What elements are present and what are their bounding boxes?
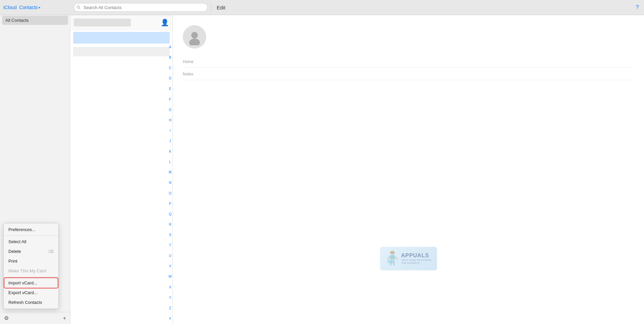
menu-item-select-all-label: Select All [8,239,26,244]
watermark-box: APPUALS TECH HOW-TO'S FROM THE EXPERTS [380,247,437,270]
home-field-row: Home [183,55,634,68]
menu-item-import-vcard[interactable]: Import vCard... [4,278,58,288]
alpha-B[interactable]: B [169,56,171,60]
alpha-P[interactable]: P [169,202,171,206]
sidebar-bottom: ⚙ + [0,312,70,324]
svg-point-3 [189,39,200,45]
menu-item-make-my-card: Make This My Card [4,266,58,276]
alphabet-index: A B C D E F G H I J K L M N O P Q R S T … [169,45,172,321]
separator [17,5,19,10]
alpha-U[interactable]: U [169,254,171,258]
alpha-W[interactable]: W [169,275,172,279]
appuals-text: APPUALS TECH HOW-TO'S FROM THE EXPERTS [401,253,431,265]
contact-list-panel: 👤 A B C D E F G H I J K L M N O P Q R S … [70,15,173,324]
svg-point-2 [191,32,198,39]
menu-item-preferences[interactable]: Preferences... [4,225,58,234]
menu-item-select-all[interactable]: Select All [4,237,58,247]
delete-icon: ⌫ [48,249,54,254]
contact-fields: Home Notes [173,52,644,84]
alpha-N[interactable]: N [169,181,171,185]
svg-line-10 [395,256,397,259]
search-wrap [74,3,208,12]
alpha-S[interactable]: S [169,233,171,237]
menu-item-make-my-card-label: Make This My Card [8,268,46,273]
help-button[interactable]: ? [631,4,644,10]
top-bar: iCloud Contacts ▾ Edit ? [0,0,644,15]
alpha-Y[interactable]: Y [169,296,171,300]
alpha-L[interactable]: L [169,160,171,164]
svg-point-12 [396,259,397,260]
alpha-hash[interactable]: # [169,317,171,321]
appuals-figure-icon [386,250,399,267]
icloud-label: iCloud [3,5,17,10]
notes-label: Notes [183,71,210,76]
alpha-T[interactable]: T [169,244,171,248]
alpha-V[interactable]: V [169,264,171,268]
edit-text: Edit [217,5,225,10]
person-icon: 👤 [161,18,169,26]
alpha-D[interactable]: D [169,76,171,80]
menu-item-refresh-contacts-label: Refresh Contacts [8,300,42,305]
alpha-E[interactable]: E [169,87,171,91]
alpha-Q[interactable]: Q [169,212,171,216]
sidebar-item-all-contacts[interactable]: All Contacts [2,16,68,25]
alpha-I[interactable]: I [170,129,171,133]
menu-item-delete[interactable]: Delete ⌫ [4,247,58,256]
menu-separator-2 [4,277,58,277]
avatar-icon [186,29,203,45]
all-contacts-label: All Contacts [5,18,29,23]
svg-line-9 [388,256,390,259]
alpha-X[interactable]: X [169,285,171,289]
menu-separator-1 [4,235,58,236]
contact-avatar-area [173,15,644,52]
menu-item-refresh-contacts[interactable]: Refresh Contacts [4,298,58,307]
alpha-O[interactable]: O [169,192,171,196]
alpha-H[interactable]: H [169,118,171,122]
alpha-A[interactable]: A [169,45,171,49]
contact-item-1[interactable] [73,47,170,56]
menu-item-import-vcard-label: Import vCard... [8,280,37,285]
alpha-F[interactable]: F [169,98,171,102]
help-icon: ? [636,4,639,10]
top-bar-left: iCloud Contacts ▾ [0,5,70,10]
alpha-K[interactable]: K [169,150,171,154]
home-label: Home [183,59,210,64]
menu-item-print[interactable]: Print [4,256,58,266]
contact-selected-item[interactable] [73,32,170,44]
menu-item-export-vcard-label: Export vCard... [8,290,38,295]
avatar [183,25,206,49]
notes-field-row: Notes [183,68,634,80]
menu-item-export-vcard[interactable]: Export vCard... [4,288,58,298]
main-content: All Contacts ⚙ + Preferences... Select A… [0,15,644,324]
search-bar-area [70,3,211,12]
contact-list-header-bar [74,18,131,26]
context-menu: Preferences... Select All Delete ⌫ Print… [3,223,59,309]
contacts-label-text: Contacts [19,5,38,10]
alpha-J[interactable]: J [169,139,171,143]
contact-list-header: 👤 [70,15,172,30]
edit-label: Edit [211,5,631,10]
watermark: APPUALS TECH HOW-TO'S FROM THE EXPERTS [380,247,437,270]
alpha-Z[interactable]: Z [169,306,171,310]
sidebar: All Contacts ⚙ + Preferences... Select A… [0,15,70,324]
menu-item-delete-label: Delete [8,249,21,254]
chevron-down-icon: ▾ [39,6,40,9]
plus-icon[interactable]: + [63,315,66,321]
alpha-C[interactable]: C [169,66,171,70]
gear-icon[interactable]: ⚙ [4,315,9,321]
alpha-R[interactable]: R [169,223,171,227]
alpha-M[interactable]: M [169,170,171,174]
search-input[interactable] [74,3,208,12]
detail-panel: Home Notes [173,15,644,324]
menu-item-preferences-label: Preferences... [8,227,36,232]
contacts-dropdown[interactable]: Contacts ▾ [19,5,40,10]
alpha-G[interactable]: G [169,108,171,112]
menu-item-print-label: Print [8,259,17,264]
